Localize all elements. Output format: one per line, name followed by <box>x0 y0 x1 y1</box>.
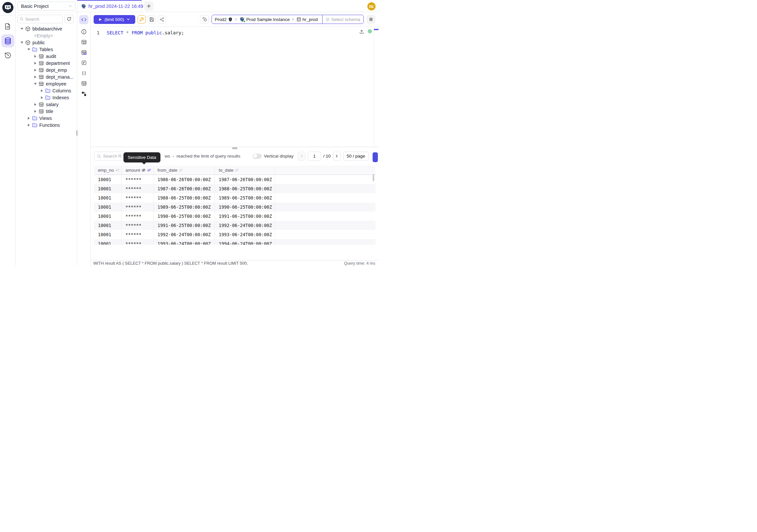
cell-to-date[interactable]: 1991-06-25T00:00:00Z <box>215 212 275 221</box>
tree-item-tables[interactable]: Tables <box>16 46 77 53</box>
tree-item-dept-emp[interactable]: dept_emp <box>16 67 77 73</box>
code-panel-button[interactable] <box>79 15 88 24</box>
cell-amount-masked[interactable]: ****** <box>121 221 154 230</box>
column-header-from-date[interactable]: from_date <box>154 166 215 174</box>
cell-from-date[interactable]: 1987-06-26T00:00:00Z <box>154 184 215 193</box>
new-tab-button[interactable] <box>144 1 154 11</box>
cell-emp-no[interactable]: 10001 <box>94 193 121 203</box>
user-avatar[interactable]: DE <box>367 2 376 11</box>
external-tables-panel-button[interactable] <box>79 79 88 88</box>
table-row[interactable]: 10001 ****** 1989-06-25T00:00:00Z 1990-0… <box>94 203 376 212</box>
caret-right-icon[interactable] <box>33 69 37 72</box>
table-row[interactable]: 10001 ****** 1986-06-26T00:00:00Z 1987-0… <box>94 175 376 184</box>
caret-right-icon[interactable] <box>26 124 31 126</box>
caret-down-icon[interactable] <box>20 28 24 30</box>
cell-from-date[interactable]: 1990-06-25T00:00:00Z <box>154 212 215 221</box>
table-row[interactable]: 10001 ****** 1992-06-24T00:00:00Z 1993-0… <box>94 230 376 239</box>
export-button-partial[interactable] <box>373 152 378 162</box>
tab-hr-prod[interactable]: hr_prod 2024-11-22 16:49 <box>77 0 142 12</box>
table-row[interactable]: 10001 ****** 1987-06-26T00:00:00Z 1988-0… <box>94 184 376 193</box>
cell-emp-no[interactable]: 10001 <box>94 212 121 221</box>
save-sheet-button[interactable] <box>148 16 156 24</box>
bytebase-logo[interactable] <box>2 2 14 13</box>
page-number-input[interactable] <box>308 152 321 161</box>
cell-to-date[interactable]: 1988-06-25T00:00:00Z <box>215 184 275 193</box>
project-select[interactable]: Basic Project <box>17 2 75 11</box>
next-page-button[interactable] <box>333 152 341 161</box>
upload-sql-button[interactable] <box>359 29 364 34</box>
cell-amount-masked[interactable]: ****** <box>121 184 154 193</box>
cell-from-date[interactable]: 1988-06-25T00:00:00Z <box>154 193 215 203</box>
tree-item-public[interactable]: public <box>16 39 77 46</box>
cell-emp-no[interactable]: 10001 <box>94 239 121 245</box>
table-row-partial[interactable]: 10001 ****** 1993-06-24T00:00:00Z 1994-0… <box>94 239 376 245</box>
cell-to-date[interactable]: 1989-06-25T00:00:00Z <box>215 193 275 203</box>
table-row[interactable]: 10001 ****** 1990-06-25T00:00:00Z 1991-0… <box>94 212 376 221</box>
batch-query-button[interactable] <box>200 15 209 24</box>
caret-right-icon[interactable] <box>40 89 44 92</box>
info-panel-button[interactable] <box>79 27 88 36</box>
schema-select[interactable]: Select schema <box>322 15 363 24</box>
procedures-panel-button[interactable] <box>79 69 88 78</box>
sql-editor[interactable]: 1 SELECT * FROM public.salary; <box>91 27 378 147</box>
tree-item-indexes[interactable]: Indexes <box>16 94 77 101</box>
cell-from-date[interactable]: 1991-06-25T00:00:00Z <box>154 221 215 230</box>
cell-emp-no[interactable]: 10001 <box>94 230 121 239</box>
sidebar-search-input[interactable] <box>25 17 61 22</box>
tree-item-salary[interactable]: salary <box>16 101 77 108</box>
cell-to-date[interactable]: 1990-06-25T00:00:00Z <box>215 203 275 212</box>
tree-item-functions[interactable]: Functions <box>16 121 77 128</box>
cell-amount-masked[interactable]: ****** <box>121 239 154 245</box>
ai-assistant-button[interactable] <box>367 15 375 24</box>
editor-scroll-track[interactable] <box>374 27 378 147</box>
cell-to-date[interactable]: 1994-06-24T00:00:00Z <box>215 239 275 245</box>
cell-from-date[interactable]: 1989-06-25T00:00:00Z <box>154 203 215 212</box>
column-header-to-date[interactable]: to_date <box>215 166 275 174</box>
sidebar-resize-handle[interactable] <box>76 130 78 136</box>
page-size-select[interactable]: 50 / page <box>343 152 369 161</box>
cell-emp-no[interactable]: 10001 <box>94 203 121 212</box>
caret-right-icon[interactable] <box>26 117 31 120</box>
share-sheet-button[interactable] <box>158 16 166 24</box>
cell-emp-no[interactable]: 10001 <box>94 184 121 193</box>
functions-panel-button[interactable] <box>79 58 88 68</box>
masked-data-panel-button[interactable] <box>79 48 88 57</box>
run-query-button[interactable]: (limit 500) <box>94 15 135 24</box>
caret-down-icon[interactable] <box>26 48 31 50</box>
table-row[interactable]: 10001 ****** 1988-06-25T00:00:00Z 1989-0… <box>94 193 376 203</box>
column-header-emp-no[interactable]: emp_no <box>94 166 121 174</box>
caret-right-icon[interactable] <box>33 110 37 113</box>
panel-splitter[interactable] <box>91 147 378 149</box>
caret-down-icon[interactable] <box>33 83 37 85</box>
tree-item-columns[interactable]: Columns <box>16 87 77 94</box>
cell-amount-masked[interactable]: ****** <box>121 230 154 239</box>
cell-from-date[interactable]: 1993-06-24T00:00:00Z <box>154 239 215 245</box>
prev-page-button[interactable] <box>298 152 306 161</box>
tree-item-employee[interactable]: employee <box>16 80 77 87</box>
results-scrollbar-thumb[interactable] <box>373 174 374 181</box>
history-nav-button[interactable] <box>1 49 15 62</box>
tree-item-title[interactable]: title <box>16 108 77 115</box>
caret-right-icon[interactable] <box>33 76 37 78</box>
tree-item-audit[interactable]: audit <box>16 53 77 60</box>
cell-amount-masked[interactable]: ****** <box>121 212 154 221</box>
table-row[interactable]: 10001 ****** 1991-06-25T00:00:00Z 1992-0… <box>94 221 376 230</box>
caret-down-icon[interactable] <box>20 42 24 44</box>
schema-diagram-button[interactable] <box>79 89 88 98</box>
admin-wrench-button[interactable] <box>137 16 146 24</box>
cell-amount-masked[interactable]: ****** <box>121 203 154 212</box>
caret-right-icon[interactable] <box>40 96 44 99</box>
tables-panel-button[interactable] <box>79 38 88 47</box>
caret-right-icon[interactable] <box>33 55 37 58</box>
caret-right-icon[interactable] <box>33 62 37 65</box>
cell-emp-no[interactable]: 10001 <box>94 221 121 230</box>
tree-item-dept-manager[interactable]: dept_mana... <box>16 73 77 80</box>
caret-right-icon[interactable] <box>33 103 37 106</box>
cell-to-date[interactable]: 1993-06-24T00:00:00Z <box>215 230 275 239</box>
database-nav-button[interactable] <box>1 34 15 47</box>
cell-emp-no[interactable]: 10001 <box>94 175 121 184</box>
tree-item-bbdataarchive[interactable]: bbdataarchive <box>16 25 77 32</box>
connection-scope[interactable]: Prod2 Prod Sample Instance hr_prod <box>212 15 322 24</box>
cell-to-date[interactable]: 1987-06-26T00:00:00Z <box>215 175 275 184</box>
column-header-amount[interactable]: amount <box>121 166 154 174</box>
